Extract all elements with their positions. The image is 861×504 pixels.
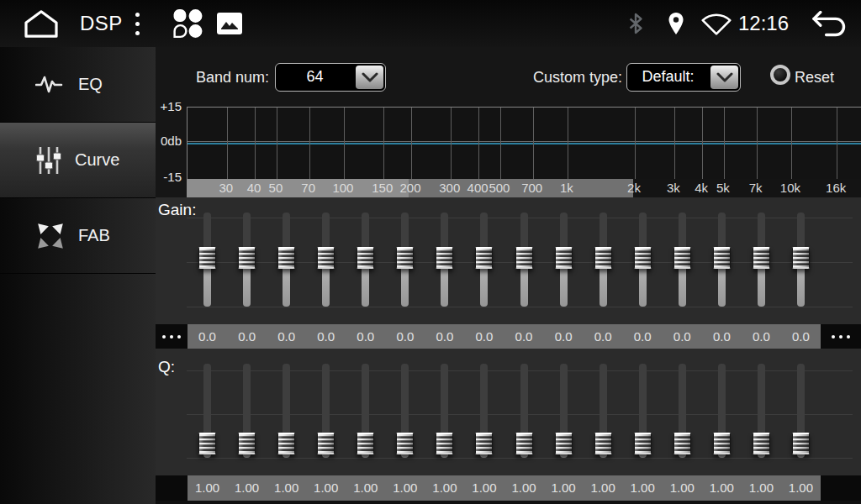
- gain-slider-knob[interactable]: [396, 247, 414, 269]
- sliders-icon: [35, 145, 62, 176]
- q-slider[interactable]: [742, 364, 781, 458]
- gallery-icon[interactable]: [217, 0, 242, 47]
- gain-more-right-button[interactable]: [821, 324, 861, 349]
- q-value: 1.00: [663, 475, 702, 501]
- band-num-dropdown[interactable]: 64: [275, 63, 386, 92]
- gain-slider[interactable]: [306, 213, 346, 307]
- gain-slider[interactable]: [584, 213, 623, 307]
- q-slider[interactable]: [623, 364, 663, 458]
- gain-gridline-bottom: [187, 307, 853, 307]
- q-slider-knob[interactable]: [475, 433, 493, 454]
- gain-value: 0.0: [781, 324, 821, 349]
- sidebar-item-fab[interactable]: FAB: [0, 198, 156, 274]
- q-slider-knob[interactable]: [436, 433, 453, 454]
- reset-radio[interactable]: [770, 65, 790, 85]
- q-slider-knob[interactable]: [396, 433, 414, 454]
- gain-slider[interactable]: [781, 213, 821, 307]
- reset-label[interactable]: Reset: [795, 63, 853, 92]
- chevron-down-icon[interactable]: [356, 66, 383, 89]
- q-slider-knob[interactable]: [277, 433, 295, 454]
- gain-slider[interactable]: [385, 213, 425, 307]
- q-slider-knob[interactable]: [594, 433, 612, 454]
- eq-curve-plot: [187, 107, 861, 179]
- gain-slider[interactable]: [504, 213, 544, 307]
- q-values: 1.001.001.001.001.001.001.001.001.001.00…: [188, 475, 821, 501]
- waveform-icon: [35, 71, 66, 98]
- q-slider[interactable]: [188, 364, 227, 458]
- gain-slider[interactable]: [702, 213, 742, 307]
- q-slider-knob[interactable]: [238, 433, 256, 454]
- q-slider[interactable]: [504, 364, 544, 458]
- gain-slider[interactable]: [742, 213, 781, 307]
- q-slider[interactable]: [464, 364, 504, 458]
- gain-slider[interactable]: [425, 213, 464, 307]
- y-tick-0db: 0db: [140, 134, 182, 149]
- q-slider[interactable]: [781, 364, 821, 458]
- custom-type-dropdown[interactable]: Default:: [626, 63, 741, 92]
- gain-slider-knob[interactable]: [792, 247, 810, 269]
- gain-slider-knob[interactable]: [555, 247, 573, 269]
- gain-more-left-button[interactable]: [156, 324, 188, 349]
- q-more-right-button[interactable]: [821, 475, 861, 504]
- gain-slider[interactable]: [227, 213, 267, 307]
- q-slider[interactable]: [227, 364, 267, 458]
- apps-clover-icon[interactable]: [172, 0, 203, 47]
- gain-slider-knob[interactable]: [436, 247, 453, 269]
- q-slider[interactable]: [346, 364, 385, 458]
- q-slider[interactable]: [702, 364, 742, 458]
- gain-slider-knob[interactable]: [357, 247, 374, 269]
- q-slider-knob[interactable]: [555, 433, 573, 454]
- bluetooth-icon: [626, 0, 645, 47]
- gain-slider-knob[interactable]: [673, 247, 691, 269]
- gain-slider-knob[interactable]: [198, 247, 216, 269]
- sidebar-item-curve[interactable]: Curve: [0, 123, 156, 198]
- gain-slider[interactable]: [623, 213, 663, 307]
- q-slider[interactable]: [584, 364, 623, 458]
- location-icon: [666, 0, 686, 47]
- gain-slider-knob[interactable]: [277, 247, 295, 269]
- gain-slider-knob[interactable]: [753, 247, 770, 269]
- freq-tick-label: 16k: [826, 179, 846, 197]
- gain-slider[interactable]: [663, 213, 702, 307]
- q-slider[interactable]: [306, 364, 346, 458]
- gain-value: 0.0: [623, 324, 663, 349]
- chevron-down-icon[interactable]: [710, 66, 738, 89]
- gain-slider-knob[interactable]: [634, 247, 652, 269]
- band-num-label: Band num:: [156, 63, 269, 92]
- q-slider-knob[interactable]: [515, 433, 533, 454]
- q-slider-knob[interactable]: [753, 433, 770, 454]
- gain-slider[interactable]: [544, 213, 584, 307]
- sidebar-item-eq[interactable]: EQ: [0, 47, 156, 123]
- q-slider[interactable]: [267, 364, 306, 458]
- gain-slider[interactable]: [464, 213, 504, 307]
- q-slider-knob[interactable]: [198, 433, 216, 454]
- q-slider-knob[interactable]: [317, 433, 335, 454]
- back-icon[interactable]: [807, 0, 851, 47]
- gain-slider-knob[interactable]: [317, 247, 335, 269]
- q-slider-knob[interactable]: [792, 433, 810, 454]
- q-more-left-button[interactable]: [156, 475, 188, 504]
- q-slider[interactable]: [544, 364, 584, 458]
- overflow-menu-icon[interactable]: [135, 0, 140, 47]
- q-slider[interactable]: [385, 364, 425, 458]
- gain-slider-knob[interactable]: [238, 247, 256, 269]
- q-slider[interactable]: [425, 364, 464, 458]
- q-slider-knob[interactable]: [713, 433, 731, 454]
- q-slider-knob[interactable]: [673, 433, 691, 454]
- y-tick-minus15: -15: [140, 170, 182, 185]
- q-slider-knob[interactable]: [634, 433, 652, 454]
- q-sliders: [188, 364, 821, 458]
- q-slider[interactable]: [663, 364, 702, 458]
- home-icon[interactable]: [22, 0, 61, 47]
- gain-slider[interactable]: [267, 213, 306, 307]
- gain-values: 0.00.00.00.00.00.00.00.00.00.00.00.00.00…: [188, 324, 821, 349]
- gain-slider-knob[interactable]: [594, 247, 612, 269]
- gain-slider-knob[interactable]: [515, 247, 533, 269]
- gain-slider[interactable]: [188, 213, 227, 307]
- gain-slider-knob[interactable]: [475, 247, 493, 269]
- gain-value: 0.0: [188, 324, 227, 349]
- gain-slider[interactable]: [346, 213, 385, 307]
- freq-tick-label: 300: [439, 179, 460, 197]
- gain-slider-knob[interactable]: [713, 247, 731, 269]
- q-slider-knob[interactable]: [357, 433, 374, 454]
